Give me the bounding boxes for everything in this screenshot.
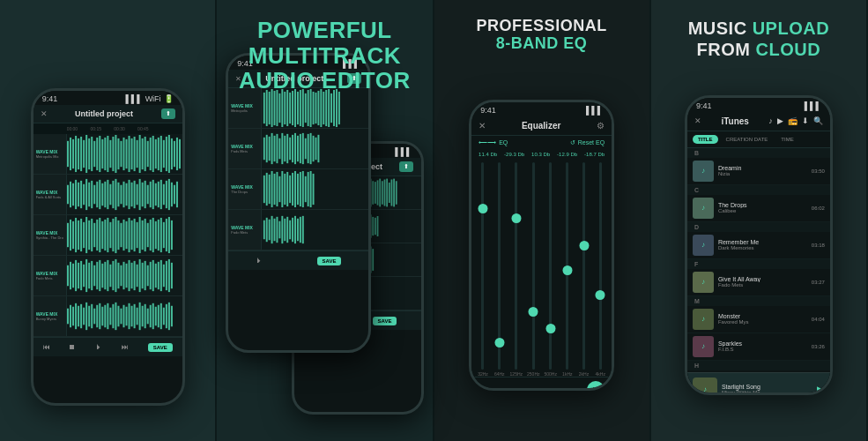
status-bar-itunes: 9:41 ▌▌▌ xyxy=(687,98,830,112)
skip-forward-btn[interactable]: ⏭ xyxy=(122,343,129,351)
svg-rect-310 xyxy=(308,90,309,126)
svg-rect-336 xyxy=(297,136,299,161)
eq-band-thumb-4[interactable] xyxy=(529,307,538,317)
song-duration: 03:27 xyxy=(812,280,825,285)
svg-rect-232 xyxy=(390,179,392,206)
eq-band-thumb-7[interactable] xyxy=(579,241,589,250)
svg-rect-319 xyxy=(330,93,332,123)
song-thumb: ♪ xyxy=(693,309,714,330)
search-icon[interactable]: 🔍 xyxy=(813,116,823,125)
eq-band-track-1[interactable] xyxy=(481,162,484,370)
svg-rect-106 xyxy=(122,220,124,250)
itunes-title: iTunes xyxy=(721,116,748,126)
eq-band-7: 2kHz xyxy=(578,162,590,377)
eq-band-track-8[interactable] xyxy=(599,162,602,370)
play-btn[interactable]: ⏵ xyxy=(95,343,102,351)
svg-rect-313 xyxy=(315,93,317,123)
song-thumb: ♪ xyxy=(693,161,714,182)
svg-rect-71 xyxy=(141,183,143,206)
tab-creation-date[interactable]: CREATION DATE xyxy=(721,135,774,144)
svg-rect-187 xyxy=(125,307,127,326)
svg-rect-373 xyxy=(285,219,286,241)
playback-toolbar: ⏮ ⏹ ⏵ ⏭ SAVE xyxy=(33,337,182,356)
eq-band-thumb-3[interactable] xyxy=(511,213,521,223)
section-d: D xyxy=(687,222,830,232)
svg-rect-125 xyxy=(67,265,69,286)
save-front: SAVE xyxy=(317,257,342,265)
svg-rect-84 xyxy=(176,182,178,207)
svg-rect-368 xyxy=(271,216,273,243)
song-duration: 03:26 xyxy=(812,344,825,349)
eq-band-track-7[interactable] xyxy=(582,162,585,370)
svg-rect-366 xyxy=(266,218,268,242)
reset-eq-btn[interactable]: ↺ Reset EQ xyxy=(570,139,605,146)
track-label-front: WAVE MIX Fado Mets xyxy=(228,210,262,250)
list-item[interactable]: ♪ Remember Me Dark Memories 03:18 xyxy=(687,232,830,259)
itunes-close-btn[interactable]: ✕ xyxy=(694,116,701,125)
svg-rect-3 xyxy=(75,136,77,172)
svg-rect-318 xyxy=(328,89,330,127)
tab-time[interactable]: TIME xyxy=(775,135,798,144)
list-item[interactable]: ♪ Dreamin Nizia 03:50 xyxy=(687,158,830,185)
skip-back-btn[interactable]: ⏮ xyxy=(43,343,50,351)
close-icon[interactable]: ✕ xyxy=(41,109,48,118)
stop-btn[interactable]: ⏹ xyxy=(69,343,76,351)
eq-band-thumb-5[interactable] xyxy=(545,324,555,333)
svg-rect-98 xyxy=(101,221,103,249)
eq-band-track-6[interactable] xyxy=(566,162,568,370)
eq-band-thumb-8[interactable] xyxy=(596,290,605,300)
list-item[interactable]: ♪ The Drops Calibee 06:02 xyxy=(687,195,830,222)
waveform-front-3 xyxy=(262,169,368,209)
track-label-front: WAVE MIX Metropolis xyxy=(228,88,262,128)
svg-rect-8 xyxy=(88,138,90,169)
eq-toggle-btn[interactable]: ⟵⟶ EQ xyxy=(479,139,508,146)
list-item[interactable]: ♪ Sparkles F.I.B.S 03:26 xyxy=(687,333,830,361)
eq-band-thumb-6[interactable] xyxy=(562,265,572,275)
eq-footer: Caribou - The Drops ▶ xyxy=(471,377,612,391)
track-row[interactable]: WAVE MIX Synthia - The Drops xyxy=(33,215,182,256)
list-item[interactable]: ♪ Monster Favored Mys 04:04 xyxy=(687,306,830,333)
export-btn[interactable]: ⬆ xyxy=(161,108,175,119)
np-play-icon[interactable]: ▶ xyxy=(817,384,825,395)
svg-rect-317 xyxy=(325,90,327,126)
eq-band-track-3[interactable] xyxy=(515,162,517,370)
svg-rect-349 xyxy=(274,174,276,205)
eq-band-thumb-2[interactable] xyxy=(494,338,504,348)
eq-band-track-2[interactable] xyxy=(498,162,501,370)
eq-band-track-4[interactable] xyxy=(532,162,535,370)
svg-rect-42 xyxy=(179,139,181,168)
svg-rect-92 xyxy=(85,217,87,253)
eq-label: EQ xyxy=(499,139,508,146)
svg-rect-195 xyxy=(146,309,148,325)
now-playing-bar[interactable]: ♪ Starlight Song Missy Within Me ▶ xyxy=(687,372,830,395)
eq-band-track-5[interactable] xyxy=(549,162,552,370)
eq-band-thumb-1[interactable] xyxy=(478,204,487,213)
download-icon[interactable]: ⬇ xyxy=(802,116,809,125)
eq-close-btn[interactable]: ✕ xyxy=(479,121,486,131)
eq-play-btn[interactable]: ▶ xyxy=(587,381,605,391)
svg-rect-55 xyxy=(99,180,100,209)
eq-val-5: -18.7 Db xyxy=(584,152,605,157)
svg-rect-197 xyxy=(152,303,153,329)
list-item[interactable]: ♪ Give It All Away Fado Mets 03:27 xyxy=(687,269,830,296)
track-row[interactable]: WAVE MIX Metropolis Mix xyxy=(33,134,182,175)
waveform-2 xyxy=(67,175,182,214)
svg-rect-354 xyxy=(286,172,288,206)
svg-rect-122 xyxy=(165,219,167,251)
save-btn[interactable]: SAVE xyxy=(148,343,173,352)
track-row[interactable]: WAVE MIX Fads & All Sorts xyxy=(33,175,182,215)
svg-rect-150 xyxy=(133,261,135,290)
svg-rect-335 xyxy=(294,133,296,164)
section-h: H xyxy=(687,361,830,370)
track-row[interactable]: WAVE MIX Bunny Myers xyxy=(33,296,182,337)
eq-settings-icon[interactable]: ⚙ xyxy=(597,121,605,131)
song-thumb: ♪ xyxy=(693,235,714,256)
svg-rect-229 xyxy=(383,179,385,206)
svg-rect-321 xyxy=(336,89,338,127)
song-title: The Drops xyxy=(718,202,807,208)
svg-rect-23 xyxy=(128,136,130,172)
track-row-front: WAVE MIX Metropolis xyxy=(228,88,368,129)
track-row[interactable]: WAVE MIX Fado Mets xyxy=(33,256,182,296)
tab-title[interactable]: TITLE xyxy=(693,135,718,144)
song-artist: F.I.B.S xyxy=(718,347,807,352)
